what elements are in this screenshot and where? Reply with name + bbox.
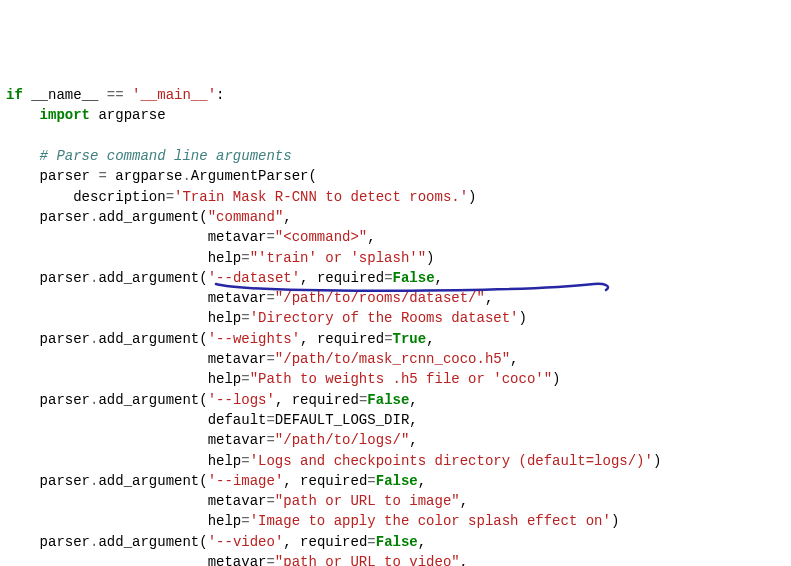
str: '--image' (208, 473, 284, 489)
paren: ( (199, 331, 207, 347)
kwarg: metavar (208, 351, 267, 367)
str: 'Logs and checkpoints directory (default… (250, 453, 653, 469)
op-eq: = (384, 331, 392, 347)
str: "command" (208, 209, 284, 225)
code-line: metavar="/path/to/rooms/dataset/", (6, 290, 493, 306)
comma: , (426, 331, 434, 347)
code-line: help="'train' or 'splash'") (6, 250, 435, 266)
comma: , (460, 493, 468, 509)
kwarg: description (73, 189, 165, 205)
obj: parser (40, 473, 90, 489)
kw-import: import (40, 107, 90, 123)
paren: ) (468, 189, 476, 205)
comma: , (409, 392, 417, 408)
paren: ( (199, 534, 207, 550)
op-eq: = (241, 250, 249, 266)
paren: ( (199, 473, 207, 489)
obj: parser (40, 331, 90, 347)
fn-name: ArgumentParser (191, 168, 309, 184)
code-line: parser.add_argument('--video', required=… (6, 534, 426, 550)
code-line: parser = argparse.ArgumentParser( (6, 168, 317, 184)
code-line: parser.add_argument('--logs', required=F… (6, 392, 418, 408)
code-line: default=DEFAULT_LOGS_DIR, (6, 412, 418, 428)
bool: False (376, 534, 418, 550)
kwarg: metavar (208, 554, 267, 566)
mod-ref: argparse (107, 168, 183, 184)
str: '--video' (208, 534, 284, 550)
str: 'Image to apply the color splash effect … (250, 513, 611, 529)
comma: , (418, 534, 426, 550)
comma: , (485, 290, 493, 306)
code-line: parser.add_argument('--dataset', require… (6, 270, 443, 286)
str-main: '__main__' (132, 87, 216, 103)
op-eq: = (266, 351, 274, 367)
code-line: if __name__ == '__main__': (6, 87, 224, 103)
paren: ( (199, 392, 207, 408)
comma: , (300, 270, 308, 286)
obj: parser (40, 270, 90, 286)
dot: . (182, 168, 190, 184)
paren: ( (199, 209, 207, 225)
op-eq: = (266, 290, 274, 306)
comma: , (510, 351, 518, 367)
colon: : (216, 87, 224, 103)
paren: ) (426, 250, 434, 266)
kwarg: metavar (208, 432, 267, 448)
paren: ) (653, 453, 661, 469)
paren: ) (519, 310, 527, 326)
str: '--logs' (208, 392, 275, 408)
op-eq: = (367, 534, 375, 550)
op-eq: = (266, 554, 274, 566)
bool: False (393, 270, 435, 286)
str: "<command>" (275, 229, 367, 245)
obj: parser (40, 534, 90, 550)
kwarg: required (309, 331, 385, 347)
str: 'Train Mask R-CNN to detect rooms.' (174, 189, 468, 205)
bool: False (376, 473, 418, 489)
code-line: parser.add_argument("command", (6, 209, 292, 225)
op-eq: = (384, 270, 392, 286)
code-block: if __name__ == '__main__': import argpar… (6, 85, 785, 566)
op-eq: = (241, 371, 249, 387)
code-line: metavar="/path/to/mask_rcnn_coco.h5", (6, 351, 519, 367)
kwarg: help (208, 250, 242, 266)
op-eq: = (241, 453, 249, 469)
kwarg: help (208, 371, 242, 387)
op-eq: = (266, 432, 274, 448)
kwarg: default (208, 412, 267, 428)
str: "/path/to/mask_rcnn_coco.h5" (275, 351, 510, 367)
code-line: description='Train Mask R-CNN to detect … (6, 189, 477, 205)
comma: , (283, 209, 291, 225)
str: "'train' or 'splash'" (250, 250, 426, 266)
code-line: metavar="<command>", (6, 229, 376, 245)
obj: parser (40, 392, 90, 408)
code-line: help="Path to weights .h5 file or 'coco'… (6, 371, 561, 387)
comma: , (409, 412, 417, 428)
code-line: metavar="path or URL to video", (6, 554, 468, 566)
comma: , (283, 534, 291, 550)
kwarg: required (292, 473, 368, 489)
const: DEFAULT_LOGS_DIR (275, 412, 409, 428)
bool: True (393, 331, 427, 347)
comma: , (283, 473, 291, 489)
op-eq: == (107, 87, 124, 103)
comma: , (435, 270, 443, 286)
paren: ( (308, 168, 316, 184)
kwarg: required (292, 534, 368, 550)
comma: , (409, 432, 417, 448)
str: "Path to weights .h5 file or 'coco'" (250, 371, 552, 387)
fn-name: add_argument (98, 534, 199, 550)
str: "/path/to/logs/" (275, 432, 409, 448)
kwarg: metavar (208, 290, 267, 306)
code-line: parser.add_argument('--image', required=… (6, 473, 426, 489)
op-eq: = (266, 229, 274, 245)
op-assign: = (98, 168, 106, 184)
fn-name: add_argument (98, 473, 199, 489)
str: "path or URL to image" (275, 493, 460, 509)
code-line: # Parse command line arguments (6, 148, 292, 164)
kw-if: if (6, 87, 23, 103)
code-line: help='Directory of the Rooms dataset') (6, 310, 527, 326)
str: '--dataset' (208, 270, 300, 286)
str: "path or URL to video" (275, 554, 460, 566)
dunder-name: __name__ (31, 87, 98, 103)
